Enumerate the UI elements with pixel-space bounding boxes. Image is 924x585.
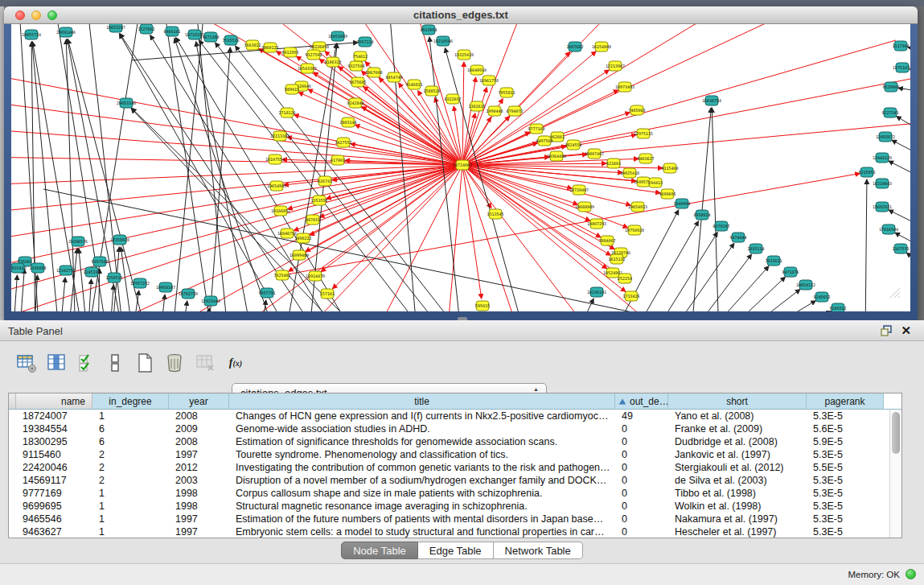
cell-year[interactable]: 1997 [169, 513, 229, 525]
cell-outde[interactable]: 0 [615, 513, 668, 525]
cell-indegree[interactable]: 6 [92, 435, 169, 448]
cell-outde[interactable]: 0 [615, 435, 668, 448]
cell-title[interactable]: Structural magnetic resonance image aver… [229, 500, 615, 513]
cell-indegree[interactable]: 6 [92, 422, 169, 435]
cell-short[interactable]: Stergiakouli et al. (2012) [668, 461, 807, 474]
cell-outde[interactable]: 0 [615, 448, 668, 461]
column-header-year[interactable]: year [169, 393, 229, 409]
cell-short[interactable]: Tibbo et al. (1998) [668, 487, 807, 500]
cell-pagerank[interactable]: 5.3E-5 [807, 487, 884, 500]
float-panel-icon[interactable] [881, 325, 892, 336]
cell-title[interactable]: Tourette syndrome. Phenomenology and cla… [229, 448, 615, 461]
cell-title[interactable]: Estimation of significance thresholds fo… [229, 435, 615, 448]
cell-pagerank[interactable]: 5.3E-5 [807, 500, 884, 513]
cell-short[interactable]: Nakamura et al. (1997) [668, 513, 807, 525]
scrollbar-thumb[interactable] [892, 412, 900, 454]
tab-network-table[interactable]: Network Table [494, 542, 583, 559]
cell-year[interactable]: 2009 [169, 422, 229, 435]
cell-year[interactable]: 1998 [169, 500, 229, 513]
cell-indegree[interactable]: 1 [92, 513, 169, 525]
tab-node-table[interactable]: Node Table [341, 542, 418, 559]
cell-pagerank[interactable]: 5.6E-5 [807, 422, 884, 435]
table-row[interactable]: 946554611997Estimation of the future num… [9, 513, 901, 525]
cell-pagerank[interactable]: 5.5E-5 [807, 461, 884, 474]
cell-pagerank[interactable]: 5.3E-5 [807, 410, 884, 422]
cell-pagerank[interactable]: 5.3E-5 [807, 525, 884, 538]
cell-pagerank[interactable]: 5.3E-5 [807, 448, 884, 461]
cell-indegree[interactable]: 2 [92, 474, 169, 487]
cell-title[interactable]: Disruption of a novel member of a sodium… [229, 474, 615, 487]
table-row[interactable]: 946362711997Embryonic stem cells: a mode… [9, 525, 901, 538]
cell-outde[interactable]: 0 [615, 474, 668, 487]
cell-outde[interactable]: 0 [615, 422, 668, 435]
column-header-indegree[interactable]: in_degree [92, 393, 169, 409]
table-row[interactable]: 1456911722003Disruption of a novel membe… [9, 474, 901, 487]
cell-indegree[interactable]: 2 [92, 448, 169, 461]
cell-year[interactable]: 1997 [169, 525, 229, 538]
citation-network-graph[interactable]: 1405572420891406106532871527602646616110… [11, 24, 910, 311]
show-hide-columns-icon[interactable] [103, 351, 127, 375]
cell-short[interactable]: Wolkin et al. (1998) [668, 500, 807, 513]
network-canvas[interactable]: 1405572420891406106532871527602646616110… [11, 24, 910, 311]
cell-year[interactable]: 2008 [169, 435, 229, 448]
table-row[interactable]: 2242004622012Investigating the contribut… [9, 461, 901, 474]
cell-outde[interactable]: 0 [615, 487, 668, 500]
cell-name[interactable]: 19384554 [16, 422, 92, 435]
node-table[interactable]: namein_degreeyeartitleout_de…shortpagera… [8, 393, 902, 538]
table-settings-icon[interactable] [14, 351, 39, 375]
cell-pagerank[interactable]: 5.3E-5 [807, 513, 884, 525]
cell-name[interactable]: 18724007 [16, 410, 92, 422]
cell-title[interactable]: Embryonic stem cells: a model to study s… [229, 525, 615, 538]
cell-short[interactable]: Hescheler et al. (1997) [668, 525, 807, 538]
window-titlebar[interactable]: citations_edges.txt [4, 6, 918, 24]
cell-indegree[interactable]: 1 [92, 525, 169, 538]
cell-year[interactable]: 2003 [169, 474, 229, 487]
cell-year[interactable]: 1997 [169, 448, 229, 461]
cell-indegree[interactable]: 1 [92, 487, 169, 500]
table-row[interactable]: 969969511998Structural magnetic resonanc… [9, 500, 901, 513]
function-builder-icon[interactable]: f(x) [224, 351, 248, 375]
cell-title[interactable]: Changes of HCN gene expression and I(f) … [229, 410, 615, 422]
column-header-outde[interactable]: out_de… [615, 393, 668, 409]
new-file-icon[interactable] [133, 351, 157, 375]
cell-title[interactable]: Estimation of the future numbers of pati… [229, 513, 615, 525]
cell-short[interactable]: Dudbridge et al. (2008) [668, 435, 807, 448]
table-row[interactable]: 1872400712008Changes of HCN gene express… [9, 410, 901, 422]
select-all-check-icon[interactable] [75, 351, 99, 375]
cell-short[interactable]: de Silva et al. (2003) [668, 474, 807, 487]
cell-outde[interactable]: 0 [615, 525, 668, 538]
table-row[interactable]: 1830029562008Estimation of significance … [9, 435, 901, 448]
cell-indegree[interactable]: 1 [92, 410, 169, 422]
column-header-pagerank[interactable]: pagerank [807, 393, 884, 409]
column-show-icon[interactable] [44, 351, 68, 375]
column-header-name[interactable]: name [16, 393, 92, 409]
cell-indegree[interactable]: 1 [92, 500, 169, 513]
cell-name[interactable]: 9699695 [16, 500, 92, 513]
cell-name[interactable]: 9115460 [16, 448, 92, 461]
table-vertical-scrollbar[interactable] [889, 410, 901, 538]
tab-edge-table[interactable]: Edge Table [418, 542, 494, 559]
cell-short[interactable]: Franke et al. (2009) [668, 422, 807, 435]
table-row[interactable]: 911546021997Tourette syndrome. Phenomeno… [9, 448, 901, 461]
cell-title[interactable]: Corpus callosum shape and size in male p… [229, 487, 615, 500]
cell-outde[interactable]: 0 [615, 500, 668, 513]
column-header-short[interactable]: short [668, 393, 807, 409]
cell-pagerank[interactable]: 5.9E-5 [807, 435, 884, 448]
cell-short[interactable]: Jankovic et al. (1997) [668, 448, 807, 461]
cell-indegree[interactable]: 2 [92, 461, 169, 474]
resize-grip-icon[interactable] [889, 287, 901, 299]
cell-pagerank[interactable]: 5.3E-5 [807, 474, 884, 487]
cell-name[interactable]: 9463627 [16, 525, 92, 538]
column-header-title[interactable]: title [229, 393, 615, 409]
cell-name[interactable]: 18300295 [16, 435, 92, 448]
table-row[interactable]: 977716911998Corpus callosum shape and si… [9, 487, 901, 500]
cell-name[interactable]: 14569117 [16, 474, 92, 487]
cell-year[interactable]: 2008 [169, 410, 229, 422]
cell-outde[interactable]: 49 [615, 410, 668, 422]
delete-rows-trash-icon[interactable] [162, 351, 187, 375]
cell-outde[interactable]: 0 [615, 461, 668, 474]
cell-name[interactable]: 22420046 [16, 461, 92, 474]
cell-title[interactable]: Investigating the contribution of common… [229, 461, 615, 474]
close-panel-icon[interactable]: ✕ [901, 323, 911, 338]
cell-short[interactable]: Yano et al. (2008) [668, 410, 807, 422]
